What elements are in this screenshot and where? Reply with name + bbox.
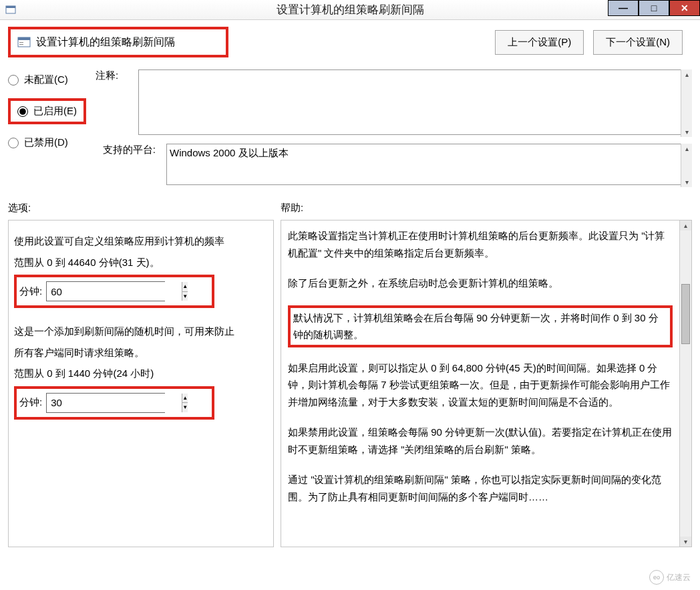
scroll-up-icon[interactable]: ▴ (681, 144, 692, 154)
options-range1: 范围从 0 到 44640 分钟(31 天)。 (14, 254, 268, 271)
header-row: 设置计算机的组策略刷新间隔 上一个设置(P) 下一个设置(N) (8, 27, 692, 57)
app-icon (5, 5, 16, 15)
help-p1: 此策略设置指定当计算机正在使用时计算机组策略的后台更新频率。此设置只为 "计算机… (288, 227, 673, 261)
comment-textarea[interactable] (138, 69, 692, 135)
interval-spinner-row: 分钟: ▲ ▼ (14, 275, 214, 308)
help-p5: 如果禁用此设置，组策略会每隔 90 分钟更新一次(默认值)。若要指定在计算机正在… (288, 424, 673, 458)
svg-rect-4 (19, 42, 23, 43)
dialog-window: 设置计算机的组策略刷新间隔 — □ ✕ 设置计算机的组策略刷新间隔 上一个设置(… (0, 0, 700, 590)
scroll-down-icon[interactable]: ▾ (681, 127, 692, 137)
help-p4: 如果启用此设置，则可以指定从 0 到 64,800 分钟(45 天)的时间间隔。… (288, 359, 673, 411)
radio-enabled[interactable]: 已启用(E) (8, 98, 86, 124)
window-title: 设置计算机的组策略刷新间隔 (277, 2, 424, 17)
state-radios: 未配置(C) 已启用(E) 已禁用(D) (8, 69, 86, 187)
radio-not-configured-input[interactable] (8, 75, 19, 86)
help-column: 帮助: 此策略设置指定当计算机正在使用时计算机组策略的后台更新频率。此设置只为 … (281, 202, 692, 547)
help-scrollbar[interactable]: ▴ ▾ (679, 220, 691, 547)
radio-enabled-label: 已启用(E) (33, 105, 77, 118)
scroll-up-icon[interactable]: ▴ (680, 220, 691, 231)
scroll-track[interactable] (680, 231, 691, 537)
spinner-down-icon[interactable]: ▼ (182, 292, 188, 301)
help-p2: 除了后台更新之外，在系统启动时总会更新计算机的组策略。 (288, 275, 673, 292)
supported-scrollbar[interactable]: ▴ ▾ (681, 144, 692, 187)
comment-scrollbar[interactable]: ▴ ▾ (681, 69, 692, 137)
watermark-text: 亿速云 (667, 572, 691, 583)
lower-sections: 选项: 使用此设置可自定义组策略应用到计算机的频率 范围从 0 到 44640 … (8, 202, 692, 547)
nav-buttons: 上一个设置(P) 下一个设置(N) (495, 30, 683, 55)
spinner-up-icon[interactable]: ▲ (182, 394, 188, 404)
offset-input[interactable] (47, 394, 182, 412)
comment-label: 注释: (96, 69, 128, 137)
help-label: 帮助: (281, 202, 692, 214)
options-desc3: 所有客户端同时请求组策略。 (14, 344, 268, 361)
watermark: ео 亿速云 (649, 570, 691, 585)
radio-disabled[interactable]: 已禁用(D) (8, 136, 86, 149)
interval-label: 分钟: (19, 285, 42, 298)
options-desc2: 这是一个添加到刷新间隔的随机时间，可用来防止 (14, 323, 268, 340)
watermark-icon: ео (649, 570, 664, 585)
help-text: 此策略设置指定当计算机正在使用时计算机组策略的后台更新频率。此设置只为 "计算机… (288, 227, 686, 505)
state-area: 未配置(C) 已启用(E) 已禁用(D) 注释: ▴ (8, 69, 692, 187)
supported-textarea: Windows 2000 及以上版本 (166, 144, 692, 185)
maximize-button[interactable]: □ (639, 0, 669, 16)
titlebar: 设置计算机的组策略刷新间隔 — □ ✕ (0, 0, 700, 20)
content-area: 设置计算机的组策略刷新间隔 上一个设置(P) 下一个设置(N) 未配置(C) 已… (0, 20, 700, 554)
radio-enabled-input[interactable] (17, 106, 28, 117)
scroll-down-icon[interactable]: ▾ (681, 177, 692, 187)
offset-spinner-row: 分钟: ▲ ▼ (14, 386, 214, 420)
offset-spinner[interactable]: ▲ ▼ (46, 393, 165, 413)
options-range2: 范围从 0 到 1440 分钟(24 小时) (14, 365, 268, 382)
help-panel: 此策略设置指定当计算机正在使用时计算机组策略的后台更新频率。此设置只为 "计算机… (281, 220, 692, 547)
help-default-highlight: 默认情况下，计算机组策略会在后台每隔 90 分钟更新一次，并将时间作 0 到 3… (288, 305, 673, 347)
next-setting-button[interactable]: 下一个设置(N) (593, 30, 683, 55)
comment-column: 注释: ▴ ▾ 支持的平台: Windows 2000 及以上版本 (96, 69, 692, 187)
svg-rect-3 (18, 37, 30, 40)
spinner-up-icon[interactable]: ▲ (182, 282, 188, 292)
window-buttons: — □ ✕ (608, 0, 700, 16)
prev-setting-button[interactable]: 上一个设置(P) (495, 30, 584, 55)
scroll-thumb[interactable] (681, 284, 690, 344)
svg-rect-5 (19, 44, 23, 45)
options-desc1: 使用此设置可自定义组策略应用到计算机的频率 (14, 233, 268, 250)
policy-name: 设置计算机的组策略刷新间隔 (36, 35, 175, 49)
radio-disabled-input[interactable] (8, 138, 19, 148)
minimize-button[interactable]: — (608, 0, 639, 16)
spinner-down-icon[interactable]: ▼ (182, 403, 188, 412)
policy-icon (17, 35, 31, 49)
svg-rect-1 (6, 6, 15, 8)
offset-label: 分钟: (19, 396, 42, 409)
options-label: 选项: (8, 202, 274, 214)
scroll-up-icon[interactable]: ▴ (681, 69, 692, 80)
close-button[interactable]: ✕ (669, 0, 700, 16)
help-p6: 通过 "设置计算机的组策略刷新间隔" 策略，你也可以指定实际更新时间间隔的变化范… (288, 471, 673, 505)
options-column: 选项: 使用此设置可自定义组策略应用到计算机的频率 范围从 0 到 44640 … (8, 202, 274, 547)
radio-disabled-label: 已禁用(D) (24, 136, 68, 149)
radio-not-configured-label: 未配置(C) (24, 73, 68, 86)
radio-not-configured[interactable]: 未配置(C) (8, 73, 86, 86)
supported-label: 支持的平台: (96, 144, 156, 187)
options-panel: 使用此设置可自定义组策略应用到计算机的频率 范围从 0 到 44640 分钟(3… (8, 220, 274, 547)
policy-title-box: 设置计算机的组策略刷新间隔 (8, 27, 228, 57)
interval-spinner[interactable]: ▲ ▼ (46, 281, 165, 301)
interval-input[interactable] (47, 282, 182, 301)
scroll-down-icon[interactable]: ▾ (680, 537, 691, 547)
